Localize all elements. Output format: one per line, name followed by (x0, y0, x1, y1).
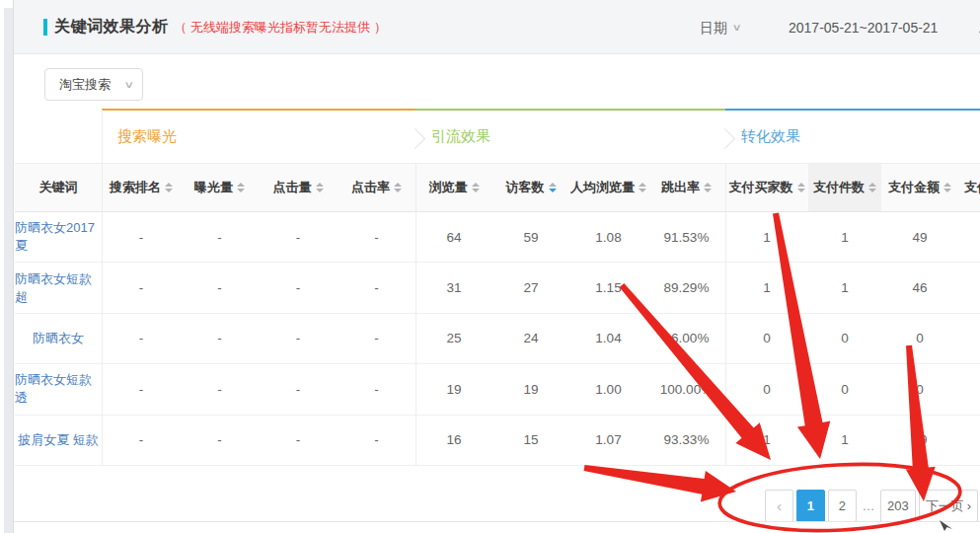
column-header-search-rank[interactable]: 搜索排名 (102, 164, 181, 211)
sort-caret-icon[interactable] (868, 183, 876, 192)
page-button-203[interactable]: 203 (880, 490, 916, 522)
cell-value: 59 (492, 212, 569, 262)
cell-value: 93.33% (647, 416, 725, 465)
cell-value: - (102, 314, 181, 363)
title-note: （ 无线端搜索曝光指标暂无法提供 ） (175, 19, 387, 37)
cell-value: 91.53% (647, 212, 725, 262)
sort-caret-icon[interactable] (549, 183, 557, 192)
cell-value: 1 (808, 212, 881, 262)
column-separator (102, 110, 103, 466)
cell-value: 15 (492, 416, 569, 465)
column-header-paid-amount[interactable]: 支付金额 (881, 164, 958, 211)
sort-caret-icon[interactable] (472, 183, 480, 192)
sort-caret-icon[interactable] (797, 183, 805, 192)
table-body: 防晒衣女2017夏 - - - - 64 59 1.08 91.53% 1 1 … (15, 212, 980, 466)
page-title: 关键词效果分析 (54, 17, 169, 38)
table-column-header-row: 关键词 搜索排名 曝光量 点击量 点击率 浏览量 访客数 人均浏览量 跳出率 支… (15, 163, 980, 212)
cell-value: 46 (881, 263, 958, 312)
prev-page-button[interactable]: ‹ (765, 490, 793, 522)
channel-select-value: 淘宝搜索 (59, 76, 125, 94)
keyword-link[interactable]: 防晒衣女短款 超 (15, 263, 102, 312)
column-header-ctr[interactable]: 点击率 (338, 164, 415, 211)
page-button-2[interactable]: 2 (828, 490, 857, 522)
group-traffic-effect: 引流效果 (415, 109, 725, 163)
cell-value: 1.00 (569, 364, 647, 414)
column-header-impressions[interactable]: 曝光量 (181, 164, 259, 211)
group-separator (725, 163, 726, 466)
cell-value: - (102, 416, 181, 465)
cell-value: - (181, 416, 259, 465)
page-button-1[interactable]: 1 (796, 490, 825, 522)
cell-value: 27 (492, 263, 569, 312)
column-header-bounce-rate[interactable]: 跳出率 (647, 164, 725, 211)
next-page-label: 下一页 (926, 497, 964, 515)
column-header-clicks[interactable]: 点击量 (259, 164, 338, 211)
cell-value: 1.15 (569, 263, 647, 312)
cell-value: 1 (725, 263, 808, 312)
cell-value: - (181, 212, 259, 262)
group-conversion-effect: 转化效果 (725, 109, 980, 163)
keyword-link[interactable]: 防晒衣女 (15, 314, 102, 363)
cell-value: - (181, 263, 259, 312)
cell-value: 0 (725, 364, 808, 414)
cell-value: 31 (415, 263, 492, 312)
cell-value: 0 (808, 364, 881, 414)
cell-value: - (338, 416, 415, 465)
table-row: 防晒衣女2017夏 - - - - 64 59 1.08 91.53% 1 1 … (15, 212, 980, 263)
column-header-avg-pageviews[interactable]: 人均浏览量 (569, 164, 647, 211)
cell-value: - (181, 314, 259, 363)
group-label: 搜索曝光 (102, 127, 177, 146)
chevron-right-icon: › (967, 498, 971, 513)
chevron-down-icon: ∨ (123, 79, 134, 90)
cell-value: 1.08 (569, 212, 647, 262)
cell-value: 0 (808, 314, 881, 363)
column-header-clipped[interactable]: 支付 (958, 164, 980, 211)
cell-value: - (102, 212, 181, 262)
cell-value: - (338, 212, 415, 262)
table-row: 防晒衣女短款 透 - - - - 19 19 1.00 100.00% 0 0 … (15, 364, 980, 415)
table-group-header-row: 搜索曝光 引流效果 转化效果 (15, 109, 980, 163)
cell-value: - (102, 263, 181, 312)
sort-caret-icon[interactable] (316, 183, 324, 192)
title-accent-bar (43, 19, 47, 36)
next-page-button[interactable]: 下一页 › (919, 490, 978, 522)
cell-value: 0 (881, 314, 958, 363)
cell-value: 49 (881, 212, 958, 262)
cell-value: - (259, 263, 338, 312)
sort-caret-icon[interactable] (165, 183, 173, 192)
column-header-paid-items[interactable]: 支付件数 (808, 164, 881, 211)
cell-value: 1.07 (569, 416, 647, 465)
cell-value: - (259, 416, 338, 465)
table-row: 披肩女夏 短款 - - - - 16 15 1.07 93.33% 1 1 49 (15, 416, 980, 466)
cell-value: 16 (415, 416, 492, 465)
date-filter-label[interactable]: 日期 (700, 20, 727, 38)
cell-value: 100.00% (647, 364, 725, 414)
cell-value: - (259, 212, 338, 262)
group-search-exposure: 搜索曝光 (102, 109, 415, 163)
column-header-keyword: 关键词 (15, 164, 102, 211)
sort-caret-icon[interactable] (394, 183, 402, 192)
keyword-link[interactable]: 披肩女夏 短款 (15, 416, 102, 465)
cell-value: - (338, 263, 415, 312)
column-header-pageviews[interactable]: 浏览量 (415, 164, 492, 211)
cell-value: - (102, 364, 181, 414)
date-range-value[interactable]: 2017-05-21~2017-05-21 (789, 20, 938, 36)
cell-value: 0 (881, 364, 958, 414)
cell-value: - (259, 314, 338, 363)
group-separator (415, 163, 416, 466)
panel-bottom-border (14, 521, 980, 522)
sort-caret-icon[interactable] (639, 183, 646, 192)
sort-caret-icon[interactable] (237, 183, 245, 192)
group-label: 引流效果 (415, 127, 490, 146)
cell-value: 25 (415, 314, 492, 363)
channel-select[interactable]: 淘宝搜索 ∨ (44, 68, 143, 101)
sort-caret-icon[interactable] (943, 183, 951, 192)
keyword-link[interactable]: 防晒衣女短款 透 (15, 364, 102, 414)
column-header-paying-buyers[interactable]: 支付买家数 (725, 164, 808, 211)
cell-value: - (338, 364, 415, 414)
column-header-visitors[interactable]: 访客数 (492, 164, 569, 211)
sort-caret-icon[interactable] (704, 183, 712, 192)
keyword-link[interactable]: 防晒衣女2017夏 (15, 212, 102, 262)
pagination: ‹ 1 2 … 203 下一页 › (15, 490, 978, 522)
cell-value: 1 (808, 263, 881, 312)
